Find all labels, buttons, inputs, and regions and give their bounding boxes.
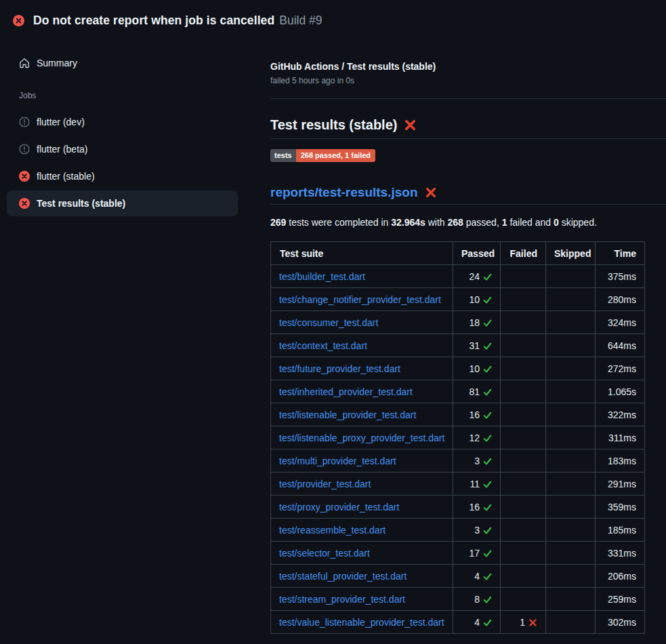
check-mark-icon xyxy=(483,595,492,604)
sidebar-summary-label: Summary xyxy=(37,58,77,68)
passed-cell: 4 xyxy=(453,611,501,634)
test-suite-link[interactable]: test/future_provider_test.dart xyxy=(279,363,400,374)
count-value: 24 xyxy=(469,271,480,282)
sidebar-item-job[interactable]: flutter (beta) xyxy=(7,136,238,163)
test-results-table: Test suite Passed Failed Skipped Time te… xyxy=(270,241,645,634)
section-heading: Test results (stable) xyxy=(270,115,666,134)
passed-cell: 17 xyxy=(453,542,501,565)
table-row: test/context_test.dart31 644ms xyxy=(271,334,645,357)
pass-check-icon xyxy=(483,273,492,281)
check-mark-icon xyxy=(483,388,492,397)
table-row: test/reassemble_test.dart3 185ms xyxy=(271,519,645,542)
check-mark-icon xyxy=(483,618,492,627)
check-mark-icon xyxy=(483,457,492,466)
test-suite-link[interactable]: test/builder_test.dart xyxy=(279,271,365,282)
pass-check-icon xyxy=(483,572,492,581)
pass-check-icon xyxy=(483,319,492,327)
failed-icon xyxy=(19,198,30,209)
time-cell: 1.065s xyxy=(596,380,645,403)
sidebar-item-label: flutter (beta) xyxy=(37,144,87,155)
summary-segment: 1 xyxy=(502,217,507,228)
check-mark-icon xyxy=(483,273,492,281)
sidebar-jobs-heading: Jobs xyxy=(19,91,270,100)
test-suite-link[interactable]: test/inherited_provider_test.dart xyxy=(279,386,413,397)
summary-segment: skipped. xyxy=(559,217,597,228)
x-circle-fill-icon xyxy=(13,15,24,26)
test-suite-link[interactable]: test/context_test.dart xyxy=(279,340,367,351)
x-circle-fill-icon xyxy=(19,171,30,182)
time-cell: 206ms xyxy=(596,565,645,588)
x-circle-fill-icon xyxy=(19,198,30,209)
red-cross-mark-icon xyxy=(425,186,437,199)
failed-cell xyxy=(501,496,546,519)
passed-cell: 31 xyxy=(453,334,501,357)
skipped-cell xyxy=(546,611,596,634)
passed-cell: 10 xyxy=(453,357,501,380)
passed-cell: 18 xyxy=(453,311,501,334)
red-cross-mark-icon xyxy=(404,119,417,132)
test-suite-link[interactable]: test/provider_test.dart xyxy=(279,479,371,489)
check-mark-icon xyxy=(483,365,492,374)
time-cell: 644ms xyxy=(596,334,645,357)
report-title-link[interactable]: reports/test-results.json xyxy=(270,184,418,201)
table-header-row: Test suite Passed Failed Skipped Time xyxy=(271,242,645,265)
summary-segment: 0 xyxy=(554,217,559,228)
time-cell: 272ms xyxy=(596,357,645,380)
test-suite-link[interactable]: test/selector_test.dart xyxy=(279,548,370,559)
skipped-cell xyxy=(546,565,596,588)
test-suite-link[interactable]: test/proxy_provider_test.dart xyxy=(279,502,399,512)
summary-segment: 32.964s xyxy=(391,217,425,228)
time-cell: 359ms xyxy=(596,496,645,519)
sidebar-item-job[interactable]: Test results (stable) xyxy=(7,190,238,216)
run-status-text: failed 5 hours ago in 0s xyxy=(270,75,666,86)
count-value: 12 xyxy=(469,432,480,443)
failed-cell xyxy=(501,334,546,357)
passed-cell: 8 xyxy=(453,588,501,611)
count-value: 1 xyxy=(520,617,525,628)
cancelled-octagon-icon xyxy=(19,144,30,155)
failed-cell xyxy=(501,565,546,588)
summary-segment: 268 xyxy=(448,217,463,228)
passed-cell: 4 xyxy=(453,565,501,588)
test-suite-link[interactable]: test/stateful_provider_test.dart xyxy=(279,571,407,582)
test-suite-link[interactable]: test/reassemble_test.dart xyxy=(279,525,386,536)
report-heading[interactable]: reports/test-results.json xyxy=(270,184,666,201)
sidebar-item-summary[interactable]: Summary xyxy=(7,50,238,76)
test-suite-link[interactable]: test/listenable_provider_test.dart xyxy=(279,409,416,420)
time-cell: 324ms xyxy=(596,311,645,334)
pass-check-icon xyxy=(483,434,492,443)
test-suite-link[interactable]: test/multi_provider_test.dart xyxy=(279,456,396,466)
table-row: test/future_provider_test.dart10 272ms xyxy=(271,357,645,380)
sidebar-item-job[interactable]: flutter (stable) xyxy=(7,163,238,190)
table-row: test/stateful_provider_test.dart4 206ms xyxy=(271,565,645,588)
test-suite-link[interactable]: test/value_listenable_provider_test.dart xyxy=(279,617,444,628)
skipped-cell xyxy=(546,449,596,472)
test-suite-link[interactable]: test/listenable_proxy_provider_test.dart xyxy=(279,432,444,443)
count-value: 16 xyxy=(469,502,480,512)
count-value: 81 xyxy=(469,386,480,397)
cancelled-icon xyxy=(19,117,30,127)
column-header-failed: Failed xyxy=(501,242,546,265)
passed-cell: 3 xyxy=(453,519,501,542)
pass-check-icon xyxy=(483,296,492,304)
divider xyxy=(270,98,666,99)
pass-check-icon xyxy=(483,503,492,512)
fail-x-icon xyxy=(528,618,537,627)
test-suite-link[interactable]: test/consumer_test.dart xyxy=(279,317,378,328)
skipped-cell xyxy=(546,380,596,403)
time-cell: 375ms xyxy=(596,265,645,288)
skipped-cell xyxy=(546,403,596,426)
count-value: 31 xyxy=(469,340,480,351)
skipped-cell xyxy=(546,496,596,519)
check-mark-icon xyxy=(483,319,492,327)
table-row: test/listenable_proxy_provider_test.dart… xyxy=(271,426,645,449)
test-suite-link[interactable]: test/stream_provider_test.dart xyxy=(279,594,405,605)
passed-cell: 12 xyxy=(453,426,501,449)
sidebar-item-job[interactable]: flutter (dev) xyxy=(7,108,238,136)
sidebar-item-label: Test results (stable) xyxy=(37,198,125,209)
pass-check-icon xyxy=(483,526,492,535)
check-mark-icon xyxy=(483,296,492,304)
test-suite-link[interactable]: test/change_notifier_provider_test.dart xyxy=(279,294,441,305)
sidebar-jobs-list: flutter (dev) flutter (beta) flutter (st… xyxy=(0,108,270,216)
count-value: 17 xyxy=(469,548,480,559)
